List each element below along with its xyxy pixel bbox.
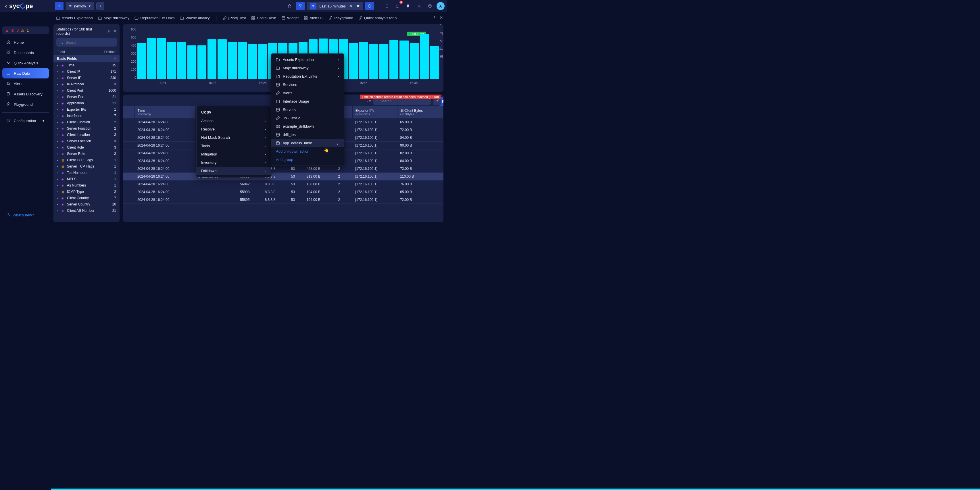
chart-bar[interactable] [167,42,176,80]
settings-button[interactable] [415,2,423,10]
table-row[interactable]: 2024-04-28 16:24:00172.16.10.11555898.8.… [123,173,444,180]
dashboard-tab[interactable]: Ważne analizy [180,16,210,20]
chart-bar[interactable] [177,42,186,80]
dashboard-tab[interactable]: Quick analysis for p… [358,16,400,20]
chart-bar[interactable] [349,43,358,80]
dashboard-tab[interactable]: Playground [328,16,353,20]
avatar[interactable]: A [436,2,445,10]
chart-bar[interactable] [188,45,196,80]
chart-bar[interactable] [218,39,226,80]
star-filled-icon[interactable] [356,4,360,9]
close-icon[interactable] [113,29,117,34]
ctx-item[interactable]: Tools▸ [197,142,271,150]
sidebar-item-quick-analysis[interactable]: Quick Analysis [2,58,49,68]
ctx-item[interactable]: example_drilldown [271,122,344,130]
dashboard-tab[interactable]: Widget [282,16,299,20]
ctx-item[interactable]: Inventory▸ [197,158,271,167]
ctx-item[interactable]: Reputation Ext Links▸ [271,72,344,81]
filter-button[interactable] [296,2,305,10]
stat-row[interactable]: ▸▦Server TCP Flags1 [54,163,119,170]
chart-bar[interactable] [258,44,267,80]
bars-tool[interactable] [438,45,444,51]
whats-new-link[interactable]: What's new? [2,210,49,220]
stat-row[interactable]: ▸▦ICMP Type2 [54,189,119,195]
stat-row[interactable]: ▸◈Client Port1000 [54,88,119,94]
stat-row[interactable]: ▸◈Server Role3 [54,151,119,157]
add-tab-button[interactable]: + [96,2,104,10]
sidebar-item-playground[interactable]: Playground [2,99,49,110]
stat-row[interactable]: ▸◈As Numbers1 [54,182,119,189]
chart-bar[interactable] [207,39,216,80]
sidebar-item-home[interactable]: Home [2,37,49,48]
chart-bar[interactable] [420,34,429,80]
ctx-item[interactable]: Drilldown▸ [197,167,271,175]
chart-bar[interactable] [147,38,156,79]
table-row[interactable]: 2024-04-28 16:24:00560428.8.8.853168.00 … [123,180,444,188]
stat-row[interactable]: ▸◈Time15 [54,62,119,68]
chart-mode-btn[interactable] [55,2,64,10]
dashboard-tab[interactable]: Assets Exploration [56,16,93,20]
dashboard-tab[interactable]: [Piotr] Test [223,16,246,20]
close-icon[interactable] [348,3,353,9]
stats-group-header[interactable]: Basic Fields ⌃ [54,55,119,62]
sidebar-item-alerts[interactable]: Alerts [2,78,49,89]
datasource-dropdown[interactable]: ≋ netflow ▼ [66,2,94,10]
sidebar-configuration[interactable]: Configuration ▼ [2,116,49,126]
chart-bar[interactable] [359,42,368,80]
stat-row[interactable]: ▸◈Server Function2 [54,125,119,132]
add-drilldown-action[interactable]: Add drilldown action [271,147,344,156]
chart-bar[interactable] [238,42,247,80]
stat-row[interactable]: ▸▦Client TCP Flags1 [54,157,119,163]
stat-row[interactable]: ▸◈Client Function2 [54,119,119,125]
tab-more-button[interactable]: ⋮ [433,15,436,21]
stat-row[interactable]: ▸◈Tos Numbers1 [54,170,119,176]
ctx-item[interactable]: app_details_table⋮ [271,139,344,147]
chart-bar[interactable] [248,44,257,80]
ctx-item[interactable]: Assets Exploration▸ [271,56,344,64]
chart-bar[interactable] [157,38,166,79]
bookmark-button[interactable] [404,2,412,10]
prev-page[interactable]: - ▾ [367,99,371,103]
notifications-button[interactable]: 5 [393,2,401,10]
table-row[interactable]: 2024-04-28 16:24:00558958.8.8.853194.00 … [123,196,444,204]
ctx-item[interactable]: Net Mask Search▸ [197,134,271,142]
star-button[interactable] [285,2,294,10]
sidebar-item-assets-discovery[interactable]: Assets Discovery [2,89,49,99]
back-button[interactable]: ‹ [5,3,7,9]
tab-close-button[interactable] [439,15,444,21]
ctx-item[interactable]: Alerts [271,89,344,97]
dashboard-tab[interactable]: Hosts Dash [251,16,276,20]
stat-row[interactable]: ▸◈MPLS1 [54,176,119,182]
table-header[interactable]: ▦ Client BytesclientBytes [397,106,443,118]
stat-row[interactable]: ▸◈Server IP340 [54,75,119,81]
ctx-item[interactable]: Services [271,81,344,89]
ctx-item[interactable]: Interface Usage [271,97,344,105]
stat-row[interactable]: ▸◈Application21 [54,100,119,107]
time-range-picker[interactable]: ≋ Last 15 minutes [307,2,363,10]
stat-row[interactable]: ▸◈Interfaces7 [54,113,119,119]
dashboard-tab[interactable]: Moje drilldowny [98,16,130,20]
stat-row[interactable]: ▸◈Server Country20 [54,201,119,207]
sidebar-item-raw-data[interactable]: Raw Data [2,68,49,78]
stat-row[interactable]: ▸◈Server Port21 [54,94,119,100]
stat-row[interactable]: ▸◈IP Protocol3 [54,81,119,88]
stat-row[interactable]: ▸◈Exporter IPs1 [54,107,119,113]
chart-bar[interactable] [410,43,419,80]
stats-search[interactable] [56,38,117,46]
add-group[interactable]: Add group [271,156,344,164]
chart-bar[interactable] [369,44,378,79]
collapse-chart-button[interactable]: ⌃ [439,24,442,28]
ctx-item[interactable]: Mitigation▸ [197,150,271,158]
sidebar-item-dashboards[interactable]: Dashboards [2,48,49,58]
gear-icon[interactable] [107,29,111,34]
doc-tool[interactable]: ▤ [438,53,444,59]
chart-bar[interactable] [430,46,439,79]
ctx-item[interactable]: Servers [271,105,344,114]
crop-tool[interactable]: ◰ [438,30,444,36]
stat-row[interactable]: ▸◈Client Location3 [54,132,119,138]
table-header[interactable]: Timetimestamp [135,106,196,118]
chart-bar[interactable] [399,41,408,79]
ctx-item[interactable]: drill_test [271,130,344,139]
pulse-tool[interactable] [438,38,444,44]
table-header[interactable]: Exporter IPsexporterIps [352,106,397,118]
